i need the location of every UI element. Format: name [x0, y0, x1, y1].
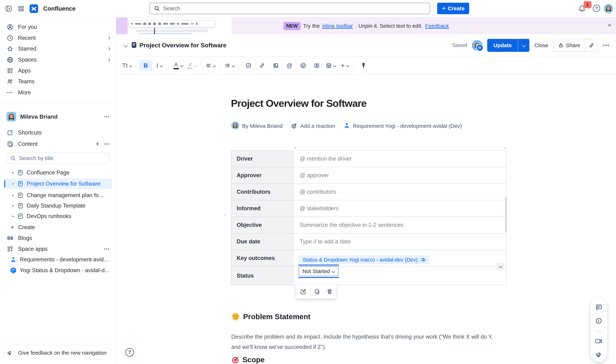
edit-macro-icon[interactable] [296, 285, 310, 298]
video-icon[interactable] [595, 338, 603, 344]
sidebar-item-recent[interactable]: Recent [0, 33, 115, 43]
app-switcher-icon[interactable] [17, 5, 25, 13]
inline-toolbar-link[interactable]: inline toolbar [322, 23, 353, 29]
editor-toolbar: Tt B I A @ + [116, 57, 616, 74]
blogs-quote-icon: 99 [6, 235, 14, 241]
share-button[interactable]: Share [554, 39, 585, 52]
sidebar-item-apps[interactable]: Apps [0, 65, 115, 76]
table-row: ObjectiveSummarize the objective in 1-2 … [231, 217, 506, 234]
space-avatar [6, 112, 16, 121]
mention-button[interactable]: @ [283, 60, 296, 71]
details-info-icon[interactable] [595, 317, 602, 325]
sidebar-page-item[interactable]: • Confluence Page [4, 168, 112, 178]
comments-icon[interactable] [595, 303, 602, 311]
editor-avatar[interactable]: M [472, 40, 482, 50]
lists-dropdown[interactable] [223, 60, 236, 71]
collapse-sidebar-icon[interactable] [5, 5, 13, 13]
space-apps-more-icon[interactable]: ••• [104, 247, 110, 251]
update-options-button[interactable] [518, 39, 529, 52]
sidebar-create-page[interactable]: + Create [4, 222, 112, 233]
link-button[interactable] [255, 60, 269, 71]
section-heading-scope[interactable]: Scope [231, 356, 265, 364]
text-color-dropdown[interactable]: A [172, 60, 185, 71]
pin-toolbar-button[interactable] [357, 60, 370, 71]
editor-content[interactable]: Project Overview for Software By Mileva … [116, 74, 616, 364]
globe-icon [6, 56, 14, 63]
sidebar-page-item[interactable]: • Daily Standup Template [4, 201, 112, 211]
announcement-icon[interactable] [595, 351, 602, 358]
content-search[interactable] [6, 153, 110, 164]
close-button[interactable]: Close [535, 42, 548, 48]
global-search[interactable] [149, 3, 430, 14]
table-handle-dot[interactable] [505, 147, 506, 149]
add-reaction-label[interactable]: Add a reaction [300, 123, 335, 129]
table-handle-dot[interactable] [224, 214, 226, 216]
editor-scrollbar[interactable] [505, 197, 507, 232]
alignment-dropdown[interactable] [204, 60, 217, 71]
confluence-logo-icon[interactable] [29, 4, 38, 13]
page-more-icon[interactable]: ••• [603, 42, 610, 48]
create-button[interactable]: + Create [437, 3, 469, 14]
table-dropdown[interactable] [324, 60, 338, 71]
sidebar-page-item[interactable]: • DevOps runbooks [4, 211, 112, 221]
feedback-link[interactable]: Feedback [425, 23, 449, 29]
italic-dropdown[interactable]: I [153, 60, 166, 71]
copy-link-button[interactable] [585, 39, 598, 52]
sidebar-item-spaces[interactable]: Spaces [0, 54, 115, 65]
task-list-button[interactable] [242, 60, 255, 71]
sidebar-item-space-apps[interactable]: Space apps ••• [0, 244, 115, 254]
user-avatar[interactable] [604, 4, 613, 13]
add-content-icon[interactable]: + [96, 140, 99, 148]
banner-close-icon[interactable]: × [608, 22, 611, 29]
expand-breadcrumb-icon[interactable] [124, 44, 127, 47]
status-macro-label[interactable]: Status & Dropdown Yogi macro - avidal-de… [299, 255, 429, 264]
status-dropdown[interactable]: Not Started [299, 266, 338, 276]
highlight-color-dropdown[interactable] [185, 60, 199, 71]
bold-button[interactable]: B [139, 60, 152, 71]
page-header: Project Overview for Software Saved M Up… [116, 34, 616, 57]
help-icon[interactable]: ? [593, 5, 600, 12]
editor-help-icon[interactable]: ? [125, 348, 134, 357]
problem-statement-body[interactable]: Describe the problem and its impact. Inc… [231, 332, 501, 352]
space-profile[interactable]: Mileva Briand ••• [0, 110, 115, 123]
sidebar-item-shortcuts[interactable]: Shortcuts [0, 127, 115, 138]
sidebar-page-item[interactable]: • Change management plan fo... [4, 190, 112, 201]
sidebar-item-teams[interactable]: Teams [0, 76, 115, 87]
project-info-table[interactable]: Driver@ mention the driver Approver@ app… [231, 150, 507, 285]
text-style-dropdown[interactable]: Tt [120, 60, 134, 71]
share-group: Share [553, 39, 598, 52]
document-title[interactable]: Project Overview for Software [231, 97, 367, 109]
space-more-icon[interactable]: ••• [104, 114, 110, 119]
section-heading-problem-statement[interactable]: Problem Statement [231, 312, 310, 321]
content-more-icon[interactable]: ••• [104, 142, 110, 146]
image-button[interactable] [269, 60, 282, 71]
sidebar-item-blogs[interactable]: 99 Blogs [0, 233, 115, 244]
emoji-button[interactable] [296, 60, 310, 71]
sidebar-item-more[interactable]: ••• More [0, 87, 115, 98]
table-handle-dot[interactable] [294, 147, 296, 149]
update-button[interactable]: Update [487, 39, 518, 52]
sidebar-item-starred[interactable]: Starred [0, 43, 115, 54]
sidebar-feedback[interactable]: Give feedback on the new navigation [0, 347, 115, 358]
sidebar-app-requirements[interactable]: Requirements - development-avid... [4, 254, 112, 265]
byline-app-link[interactable]: Requirement Yogi - development-avidal (D… [353, 123, 462, 129]
insert-dropdown[interactable]: + [338, 60, 351, 71]
search-by-title-input[interactable] [19, 155, 106, 161]
search-input[interactable] [163, 5, 426, 12]
sidebar: For you Recent Starred Spaces Apps Teams… [0, 18, 116, 364]
layouts-button[interactable] [310, 60, 323, 71]
author-avatar[interactable] [231, 121, 239, 131]
notification-count-badge[interactable]: 1 [584, 1, 591, 8]
copy-macro-icon[interactable] [311, 285, 323, 298]
add-reaction-icon[interactable] [291, 123, 297, 129]
sidebar-app-yogi-status[interactable]: Yogi Status & Dropdown - avidal-d... [4, 265, 112, 276]
sidebar-item-content[interactable]: Content + ••• [0, 139, 115, 149]
delete-macro-icon[interactable] [323, 285, 336, 298]
divider [0, 103, 116, 104]
byline-author[interactable]: By Mileva Briand [242, 123, 283, 129]
macro-expand-icon[interactable] [497, 263, 504, 270]
sidebar-item-for-you[interactable]: For you [0, 22, 115, 32]
requirement-yogi-icon [344, 122, 350, 130]
sidebar-page-item-selected[interactable]: • Project Overview for Software [4, 179, 112, 189]
page-header-title[interactable]: Project Overview for Software [139, 42, 227, 49]
